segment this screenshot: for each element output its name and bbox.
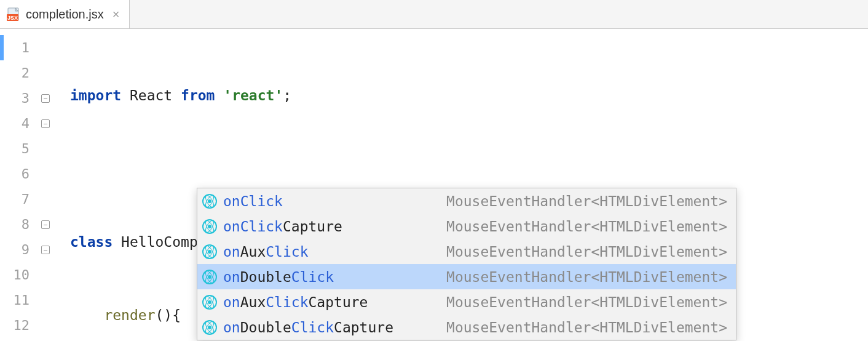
line-number: 6	[0, 161, 37, 187]
completion-item[interactable]: onAuxClickCaptureMouseEventHandler<HTMLD…	[197, 289, 736, 315]
fold-toggle-icon[interactable]	[41, 246, 50, 254]
completion-label: onClick	[223, 193, 283, 209]
completion-type: MouseEventHandler<HTMLDivElement>	[446, 193, 727, 209]
completion-label: onDoubleClick	[223, 269, 334, 285]
react-atom-icon	[202, 270, 217, 284]
fold-toggle-icon[interactable]	[41, 220, 50, 229]
line-number: 10	[0, 262, 37, 287]
react-atom-icon	[202, 320, 217, 335]
completion-item[interactable]: onClickMouseEventHandler<HTMLDivElement>	[197, 188, 736, 214]
tab-filename: completion.jsx	[26, 7, 104, 22]
code-completion-popup[interactable]: onClickMouseEventHandler<HTMLDivElement>…	[197, 188, 736, 340]
editor-tab-completion[interactable]: JSX completion.jsx ×	[0, 0, 130, 28]
completion-label: onClickCapture	[223, 219, 342, 235]
react-atom-icon	[202, 194, 217, 209]
line-number: 2	[0, 60, 37, 86]
line-number-gutter: 1 2 3 4 5 6 7 8 9 10 11 12	[0, 29, 37, 339]
fold-toggle-icon[interactable]	[41, 94, 50, 103]
completion-item[interactable]: onDoubleClickMouseEventHandler<HTMLDivEl…	[197, 264, 736, 289]
react-atom-icon	[202, 295, 217, 310]
completion-item[interactable]: onAuxClickMouseEventHandler<HTMLDivEleme…	[197, 239, 736, 264]
completion-type: MouseEventHandler<HTMLDivElement>	[446, 244, 727, 260]
react-atom-icon	[202, 244, 217, 259]
line-number: 3	[0, 86, 37, 111]
react-atom-icon	[202, 219, 217, 234]
completion-type: MouseEventHandler<HTMLDivElement>	[446, 219, 727, 235]
jsx-file-icon: JSX	[6, 7, 21, 22]
svg-text:JSX: JSX	[7, 15, 18, 21]
completion-item[interactable]: onClickCaptureMouseEventHandler<HTMLDivE…	[197, 214, 736, 239]
code-editor[interactable]: 1 2 3 4 5 6 7 8 9 10 11 12 import React …	[0, 29, 868, 339]
current-line-marker	[0, 35, 4, 60]
completion-type: MouseEventHandler<HTMLDivElement>	[446, 319, 727, 335]
completion-label: onAuxClick	[223, 244, 309, 260]
fold-gutter	[37, 29, 54, 339]
line-number: 5	[0, 136, 37, 161]
tab-bar: JSX completion.jsx ×	[0, 0, 868, 29]
line-number: 8	[0, 212, 37, 237]
completion-item[interactable]: onDoubleClickCaptureMouseEventHandler<HT…	[197, 315, 736, 340]
completion-type: MouseEventHandler<HTMLDivElement>	[446, 269, 727, 285]
line-number: 7	[0, 187, 37, 212]
close-tab-icon[interactable]: ×	[112, 7, 120, 22]
completion-type: MouseEventHandler<HTMLDivElement>	[446, 294, 727, 310]
fold-toggle-icon[interactable]	[41, 119, 50, 128]
code-line[interactable]: import React from 'react';	[54, 83, 868, 108]
line-number: 11	[0, 287, 37, 313]
completion-label: onAuxClickCapture	[223, 294, 368, 310]
line-number: 4	[0, 111, 37, 136]
line-number: 9	[0, 237, 37, 262]
line-number: 1	[0, 35, 37, 60]
completion-label: onDoubleClickCapture	[223, 319, 393, 335]
code-line[interactable]	[54, 156, 868, 182]
line-number: 12	[0, 313, 37, 338]
